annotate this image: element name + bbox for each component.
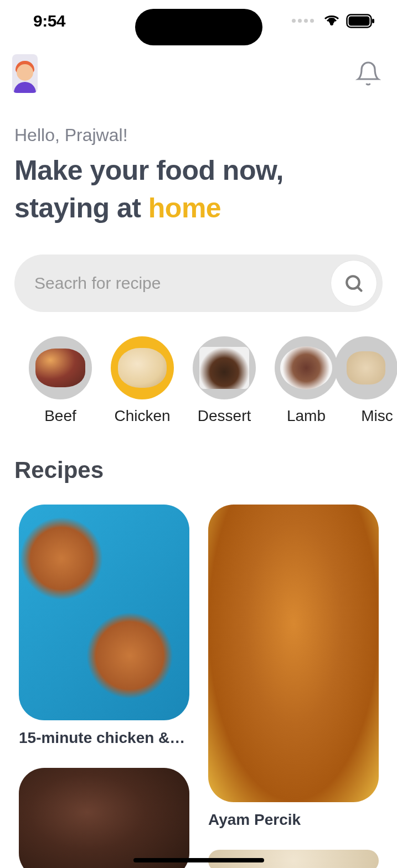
recipe-card[interactable]: 15-minute chicken & … [19, 505, 189, 747]
recipe-card[interactable]: Ayam Percik [208, 505, 379, 829]
category-image [193, 336, 256, 399]
category-misc[interactable]: Misc [357, 336, 397, 425]
recipe-title: 15-minute chicken & … [19, 729, 189, 747]
svg-point-0 [330, 22, 333, 25]
avatar[interactable] [12, 54, 38, 93]
category-image [111, 336, 174, 399]
battery-icon [346, 14, 375, 28]
status-bar: 9:54 [0, 0, 397, 39]
recipes-grid[interactable]: 15-minute chicken & … Ayam Percik [0, 484, 397, 868]
category-image [29, 336, 92, 399]
category-dessert[interactable]: Dessert [193, 336, 256, 425]
recipes-heading: Recipes [0, 425, 397, 484]
search-icon [344, 273, 364, 293]
recipe-title: Ayam Percik [208, 811, 379, 829]
category-chicken[interactable]: Chicken [111, 336, 174, 425]
app-header [0, 39, 397, 98]
home-indicator[interactable] [133, 858, 264, 862]
greeting-text: Hello, Prajwal! [14, 125, 383, 145]
category-label: Lamb [287, 407, 326, 425]
headline: Make your food now, staying at home [14, 152, 383, 227]
recipe-card[interactable] [19, 768, 189, 868]
cellular-dots-icon [292, 19, 314, 23]
bell-icon[interactable] [355, 60, 381, 87]
category-label: Dessert [198, 407, 251, 425]
svg-rect-3 [372, 19, 374, 23]
device-notch [135, 9, 262, 45]
category-label: Chicken [114, 407, 170, 425]
category-image [275, 336, 338, 399]
greeting-section: Hello, Prajwal! Make your food now, stay… [0, 98, 397, 227]
categories-list[interactable]: Beef Chicken Dessert Lamb Misc [0, 312, 397, 425]
category-image [334, 336, 397, 399]
recipe-image [19, 768, 189, 868]
category-label: Beef [44, 407, 76, 425]
svg-rect-2 [349, 16, 370, 25]
recipes-column: 15-minute chicken & … [19, 505, 189, 868]
headline-accent: home [148, 193, 221, 224]
svg-line-5 [358, 287, 362, 291]
recipes-column: Ayam Percik [208, 505, 379, 868]
category-lamb[interactable]: Lamb [275, 336, 338, 425]
recipe-image [19, 505, 189, 720]
category-beef[interactable]: Beef [29, 336, 92, 425]
search-button[interactable] [331, 260, 377, 306]
recipe-image [208, 505, 379, 802]
search-input[interactable] [14, 254, 383, 312]
wifi-icon [323, 14, 341, 28]
search-wrapper [14, 254, 383, 312]
category-label: Misc [361, 407, 393, 425]
status-time: 9:54 [33, 12, 65, 30]
status-icons [292, 14, 375, 28]
